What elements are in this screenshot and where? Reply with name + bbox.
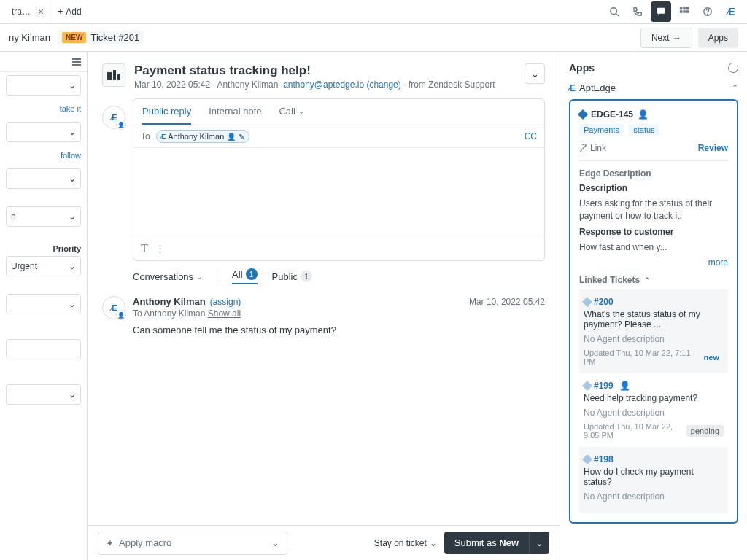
add-tab-button[interactable]: + Add xyxy=(50,7,88,17)
filter-all-label: All xyxy=(232,269,242,280)
collapse-icon xyxy=(72,58,81,66)
tab-public-reply[interactable]: Public reply xyxy=(142,99,191,125)
apps-toggle-button[interactable]: Apps xyxy=(698,28,738,48)
submit-status: New xyxy=(499,537,519,548)
help-icon[interactable] xyxy=(697,1,718,22)
plus-icon: + xyxy=(58,7,63,17)
aptedge-logo-icon: ∕E xyxy=(569,83,575,93)
left-sidebar: ⌄ take it ⌄ follow ⌄ n⌄ Priority Urgent … xyxy=(0,52,88,560)
more-link[interactable]: more xyxy=(579,257,728,268)
review-link[interactable]: Review xyxy=(698,143,728,153)
submit-dropdown[interactable]: ⌄ xyxy=(529,532,549,554)
linked-tickets-header[interactable]: Linked Tickets ⌃ xyxy=(579,275,728,285)
linked-ticket-item[interactable]: #199👤 Need help tracking payment? No Age… xyxy=(579,373,728,447)
edit-icon[interactable]: ✎ xyxy=(239,133,244,141)
filter-all[interactable]: All 1 xyxy=(232,268,257,284)
linked-tickets-list: #200 What's the status status of my paym… xyxy=(579,289,728,513)
field-dropdown-4[interactable]: n⌄ xyxy=(6,206,81,227)
tab-call-label: Call xyxy=(279,106,295,117)
user-status-icon: 👤 xyxy=(116,120,126,130)
response-text: How fast and when y... xyxy=(579,241,728,254)
submit-button[interactable]: Submit as New xyxy=(444,532,529,554)
brand-logo[interactable]: ∕E xyxy=(721,1,741,22)
editor-textarea[interactable] xyxy=(133,148,544,236)
conversations-label: Conversations xyxy=(133,271,193,282)
priority-select[interactable]: Urgent ⌄ xyxy=(6,256,81,276)
link-label[interactable]: Link xyxy=(590,143,606,153)
linked-title: Need help tracking payment? xyxy=(584,393,724,403)
follow-link[interactable]: follow xyxy=(61,151,81,160)
chevron-down-icon: ⌄ xyxy=(430,538,437,548)
svg-line-1 xyxy=(616,14,619,17)
macro-select[interactable]: Apply macro ⌄ xyxy=(98,532,287,555)
recipient-avatar-icon: ∕E xyxy=(161,133,166,140)
linked-tickets-label: Linked Tickets xyxy=(579,275,640,285)
field-dropdown-3[interactable]: ⌄ xyxy=(6,168,81,189)
next-button[interactable]: Next → xyxy=(640,28,692,48)
filter-public[interactable]: Public 1 xyxy=(272,271,312,282)
field-dropdown-1[interactable]: ⌄ xyxy=(6,75,81,96)
chevron-down-icon: ⌄ xyxy=(531,69,539,79)
linked-ticket-item[interactable]: #198 How do I check my payment status? N… xyxy=(579,447,728,513)
edge-id[interactable]: EDGE-145 xyxy=(591,109,633,120)
ticket-type-icon xyxy=(102,63,125,87)
text-format-icon[interactable]: T xyxy=(141,242,148,255)
field-dropdown-2[interactable]: ⌄ xyxy=(6,122,81,142)
field-dropdown-5[interactable]: ⌄ xyxy=(6,294,81,314)
recipient-chip[interactable]: ∕E Anthony Kilman 👤 ✎ xyxy=(156,130,250,143)
linked-noagent: No Agent description xyxy=(584,491,724,502)
grid-icon[interactable] xyxy=(674,1,694,22)
svg-rect-7 xyxy=(683,10,686,13)
app-header-aptedge[interactable]: ∕E AptEdge ⌃ xyxy=(569,82,738,93)
change-link[interactable]: (change) xyxy=(366,79,400,90)
user-icon: 👤 xyxy=(638,109,649,120)
stay-on-ticket[interactable]: Stay on ticket ⌄ xyxy=(374,538,437,548)
refresh-icon[interactable] xyxy=(727,61,740,74)
requester-name: ny Kilman xyxy=(9,32,50,43)
ticket-email[interactable]: anthony@aptedge.io xyxy=(283,79,364,90)
ticket-number: Ticket #201 xyxy=(90,32,139,43)
field-dropdown-6[interactable]: ⌄ xyxy=(6,384,81,405)
filter-public-count: 1 xyxy=(301,271,312,282)
field-input-1[interactable] xyxy=(6,339,81,359)
arrow-right-icon: → xyxy=(673,33,681,43)
tab-call[interactable]: Call ⌄ xyxy=(279,99,303,125)
chevron-down-icon: ⌄ xyxy=(69,211,76,222)
tab-internal-note[interactable]: Internal note xyxy=(209,99,261,125)
ticket-meta: Mar 10, 2022 05:42 · Anthony Kilman anth… xyxy=(134,79,516,90)
diamond-icon xyxy=(578,109,588,120)
svg-rect-16 xyxy=(117,74,120,80)
take-it-link[interactable]: take it xyxy=(60,104,81,113)
end-user-icon: 👤 xyxy=(116,310,126,320)
sidebar-collapse-row[interactable] xyxy=(0,52,87,72)
linked-updated: Updated Thu, 10 Mar 22, 7:11 PM xyxy=(584,349,700,366)
edge-tag[interactable]: status xyxy=(629,124,659,136)
more-options-icon[interactable]: ⋮ xyxy=(155,243,165,254)
svg-point-10 xyxy=(708,14,708,15)
status-badge: NEW xyxy=(62,32,86,43)
chevron-down-icon: ⌄ xyxy=(69,174,76,184)
conversations-filter[interactable]: Conversations ⌄ xyxy=(133,271,202,282)
show-all-link[interactable]: Show all xyxy=(208,308,241,319)
filter-all-count: 1 xyxy=(246,268,258,280)
chevron-up-icon: ⌃ xyxy=(732,83,738,93)
browser-tab[interactable]: tracki… × xyxy=(6,0,50,23)
link-icon xyxy=(579,144,587,152)
phone-icon[interactable] xyxy=(627,1,648,22)
context-menu-button[interactable]: ⌄ xyxy=(525,63,545,84)
svg-rect-11 xyxy=(72,58,81,60)
close-icon[interactable]: × xyxy=(38,6,44,18)
chat-icon[interactable] xyxy=(651,1,671,22)
assign-link[interactable]: (assign) xyxy=(210,297,241,307)
cc-button[interactable]: CC xyxy=(525,131,537,141)
reply-editor: Public reply Internal note Call ⌄ To ∕E … xyxy=(133,98,545,261)
search-icon[interactable] xyxy=(604,1,624,22)
linked-ticket-item[interactable]: #200 What's the status status of my paym… xyxy=(579,289,728,373)
edge-tag[interactable]: Payments xyxy=(579,124,624,136)
linked-noagent: No Agent description xyxy=(584,408,724,418)
svg-rect-3 xyxy=(680,7,683,10)
diamond-icon xyxy=(582,297,592,307)
message-recipients: To Anthony Kilman Show all xyxy=(133,308,545,319)
filter-public-label: Public xyxy=(272,271,298,282)
linked-id: #199 xyxy=(594,381,614,391)
